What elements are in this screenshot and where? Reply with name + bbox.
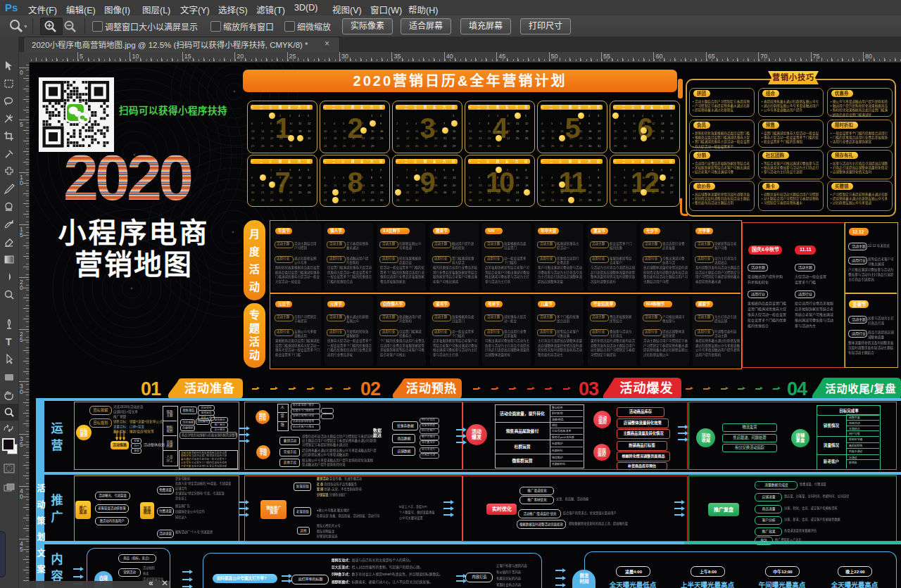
svg-text:T: T [6, 336, 12, 347]
